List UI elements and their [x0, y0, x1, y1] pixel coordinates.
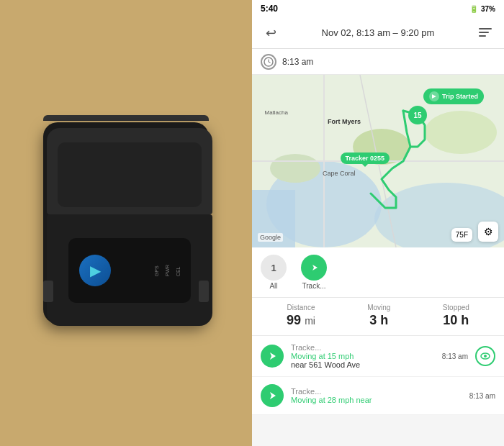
tracker-labels: GPS PWR CEL: [154, 264, 181, 276]
back-button[interactable]: ↩: [261, 23, 281, 43]
distance-stat: Distance 99 mi: [287, 304, 315, 328]
phone-ui-panel: 5:40 🔋 37% ↩ Nov 02, 8:13 am – 9:20 pm: [252, 0, 504, 446]
events-list: Tracke... Moving at 15 mph near 561 Wood…: [252, 336, 504, 446]
map-trip-badge: ▶ Trip Started: [423, 88, 484, 104]
case-latch-right: [199, 281, 209, 302]
filter-button[interactable]: [475, 23, 495, 43]
moving-label: Moving: [367, 304, 390, 311]
all-trackers-item[interactable]: 1 All: [261, 255, 287, 290]
event-arrow-icon-2: [266, 389, 279, 402]
clock-svg: [264, 57, 274, 67]
map-google-label: Google: [258, 233, 283, 242]
stats-section: Distance 99 mi Moving 3 h Stopped 10 h: [252, 298, 504, 336]
distance-number: 99: [287, 313, 301, 327]
event-time-2: 8:13 am: [469, 392, 495, 400]
event-icon-2: [261, 384, 284, 407]
stopped-value: 10 h: [443, 313, 469, 328]
map-temperature: 75F: [451, 228, 472, 242]
all-count-badge: 1: [261, 255, 287, 281]
time-display: 8:13 am: [282, 57, 313, 67]
trip-play-icon: ▶: [429, 91, 439, 101]
moving-stat: Moving 3 h: [367, 304, 390, 328]
event-description-2: Moving at 28 mph near: [291, 396, 462, 404]
filter-icon: [479, 28, 492, 38]
svg-rect-2: [479, 35, 486, 37]
event-time-1: 8:13 am: [442, 352, 468, 360]
trackers-section: 1 All Track...: [252, 247, 504, 298]
status-time: 5:40: [261, 4, 278, 14]
map-cape-coral-label: Cape Coral: [323, 170, 356, 177]
header-date-range: Nov 02, 8:13 am – 9:20 pm: [322, 27, 435, 38]
event-tracker-name-1: Tracke...: [291, 343, 435, 352]
tracker-label-gps: GPS: [154, 264, 159, 276]
stats-row: Distance 99 mi Moving 3 h Stopped 10 h: [261, 304, 495, 328]
track-item[interactable]: Track...: [301, 255, 327, 290]
event-icon-1: [261, 345, 284, 368]
case-body-outer: ▶ GPS PWR CEL: [43, 122, 209, 324]
tracker-label-pwr: PWR: [165, 264, 170, 276]
map-matlacha-label: Matlacha: [265, 109, 288, 116]
svg-rect-1: [479, 32, 489, 33]
app-header: ↩ Nov 02, 8:13 am – 9:20 pm: [252, 17, 504, 49]
event-item-2[interactable]: Tracke... Moving at 28 mph near 8:13 am: [252, 377, 504, 415]
case-latch-left: [43, 281, 53, 302]
event-content-2: Tracke... Moving at 28 mph near: [291, 387, 462, 404]
event-arrow-icon-1: [266, 350, 279, 363]
case-container: ▶ GPS PWR CEL: [40, 115, 212, 331]
event-tracker-name-2: Tracke...: [291, 387, 462, 396]
stopped-stat: Stopped 10 h: [443, 304, 469, 328]
case-lid: [47, 128, 212, 214]
stopped-label: Stopped: [443, 304, 469, 311]
map-fort-myers-label: Fort Myers: [328, 118, 361, 125]
svg-rect-0: [479, 28, 492, 29]
time-selector[interactable]: 8:13 am: [252, 49, 504, 75]
case-lid-foam: [58, 142, 202, 207]
eye-icon-1: [480, 352, 490, 360]
all-count: 1: [271, 263, 276, 273]
tracker-label-cel: CEL: [176, 264, 181, 276]
back-icon: ↩: [266, 25, 276, 41]
event-detail-1: near 561 Wood Ave: [291, 360, 435, 369]
moving-value: 3 h: [369, 313, 388, 328]
tracker-device: ▶ GPS PWR CEL: [68, 238, 191, 303]
map-tracker-label: Tracker 0255: [341, 153, 390, 164]
time-clock-icon: [261, 54, 276, 70]
svg-line-5: [269, 62, 271, 63]
case-hinge: [43, 115, 209, 121]
event-eye-button-1[interactable]: [475, 346, 495, 366]
status-icons: 🔋 37%: [469, 5, 495, 13]
battery-level: 37%: [481, 5, 495, 13]
track-icon-circle: [301, 255, 327, 281]
track-label: Track...: [302, 282, 326, 290]
map-area[interactable]: Fort Myers Cape Coral Matlacha Tracker 0…: [252, 75, 504, 247]
map-number-badge: 15: [408, 106, 427, 124]
device-photo-panel: ▶ GPS PWR CEL: [0, 0, 252, 446]
tracker-logo-icon: ▶: [90, 262, 101, 279]
map-settings-button[interactable]: ⚙: [478, 222, 498, 242]
settings-icon: ⚙: [484, 226, 493, 237]
status-bar: 5:40 🔋 37%: [252, 0, 504, 17]
svg-point-21: [484, 355, 487, 358]
all-label: All: [269, 282, 277, 290]
distance-unit: mi: [305, 315, 315, 327]
distance-label: Distance: [287, 304, 315, 311]
case-body: ▶ GPS PWR CEL: [47, 214, 212, 326]
battery-icon: 🔋: [469, 5, 478, 13]
track-arrow-icon: [307, 261, 320, 274]
distance-value: 99 mi: [287, 313, 315, 328]
event-content-1: Tracke... Moving at 15 mph near 561 Wood…: [291, 343, 435, 369]
tracker-power-button: ▶: [79, 255, 111, 286]
trip-badge-label: Trip Started: [442, 93, 478, 100]
event-item[interactable]: Tracke... Moving at 15 mph near 561 Wood…: [252, 336, 504, 377]
event-description-1: Moving at 15 mph: [291, 352, 435, 360]
